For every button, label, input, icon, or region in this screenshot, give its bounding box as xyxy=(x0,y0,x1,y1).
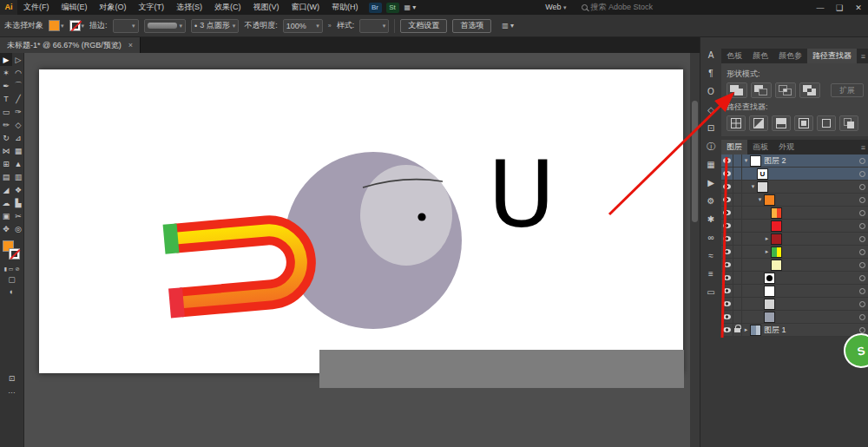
column-graph-tool[interactable]: ▙ xyxy=(12,196,24,209)
scale-tool[interactable]: ⊿ xyxy=(12,131,24,144)
draw-mode-icon[interactable]: ▢ xyxy=(0,275,23,284)
menu-item[interactable]: 文件(F) xyxy=(17,0,56,15)
line-segment-tool[interactable]: ╱ xyxy=(12,92,24,105)
intersect-button[interactable] xyxy=(775,82,796,98)
style-dropdown[interactable]: ▾ xyxy=(359,19,389,33)
opentype-panel-icon[interactable]: O xyxy=(700,82,721,101)
arrange-icon[interactable]: ▥ ▾ xyxy=(502,22,514,30)
preferences-button[interactable]: 首选项 xyxy=(452,19,491,33)
layer-row[interactable] xyxy=(721,220,868,233)
layer-row[interactable]: U xyxy=(721,168,868,181)
gradient-tool[interactable]: ▥ xyxy=(12,170,24,183)
rectangle-tool[interactable]: ▭ xyxy=(0,105,12,118)
document-setup-button[interactable]: 文档设置 xyxy=(400,19,447,33)
swatches-panel-icon[interactable]: ▦ xyxy=(700,155,721,174)
mesh-tool[interactable]: ▤ xyxy=(0,170,12,183)
shaper-tool[interactable]: ◇ xyxy=(12,118,24,131)
target-circle[interactable] xyxy=(859,236,865,242)
info-panel-icon[interactable]: ⓘ xyxy=(700,137,721,155)
symbol-sprayer-tool[interactable]: ☁ xyxy=(0,196,12,209)
lock-toggle[interactable] xyxy=(733,154,742,168)
expand-button[interactable]: 扩展 xyxy=(831,83,864,97)
layer-row[interactable] xyxy=(721,259,868,272)
free-transform-tool[interactable]: ▦ xyxy=(12,144,24,157)
transform-panel-icon[interactable]: ◇ xyxy=(700,101,721,119)
outline-button[interactable] xyxy=(817,115,836,131)
character-panel-icon[interactable]: A xyxy=(700,46,721,64)
layer-name[interactable]: 图层 1 xyxy=(764,325,786,336)
target-circle[interactable] xyxy=(859,223,865,229)
visibility-toggle[interactable] xyxy=(721,259,733,272)
lock-toggle[interactable] xyxy=(733,246,742,259)
document-tab[interactable]: 未标题-1* @ 66.67% (RGB/预览) × xyxy=(0,37,141,53)
visibility-toggle[interactable] xyxy=(721,233,733,246)
target-circle[interactable] xyxy=(859,197,865,203)
lock-toggle[interactable] xyxy=(733,259,742,272)
layer-thumbnail[interactable] xyxy=(771,233,782,245)
target-circle[interactable] xyxy=(859,327,865,333)
menu-item[interactable]: 帮助(H) xyxy=(326,0,365,15)
expand-chevron[interactable]: ▸ xyxy=(763,235,771,242)
layer-thumbnail[interactable] xyxy=(764,194,775,206)
target-circle[interactable] xyxy=(859,262,865,268)
zoom-tool[interactable]: ◎ xyxy=(12,222,24,235)
layer-thumbnail[interactable] xyxy=(750,155,761,167)
expand-chevron[interactable]: ▾ xyxy=(749,183,757,190)
pathfinder-tab[interactable]: 颜色 xyxy=(747,49,773,63)
lock-toggle[interactable] xyxy=(733,311,742,324)
menu-item[interactable]: 窗口(W) xyxy=(286,0,326,15)
lock-toggle[interactable] xyxy=(733,207,742,220)
panel-menu-icon[interactable]: ≡ xyxy=(861,143,865,152)
layers-tab[interactable]: 画板 xyxy=(747,140,773,154)
hand-tool[interactable]: ✥ xyxy=(0,222,12,235)
pen-tool[interactable]: ✒ xyxy=(0,79,12,92)
target-circle[interactable] xyxy=(859,301,865,307)
settings-gear-icon[interactable]: ⚙ xyxy=(700,192,721,210)
panel-menu-icon[interactable]: ≡ xyxy=(861,52,865,61)
expand-chevron[interactable]: ▸ xyxy=(763,248,771,255)
visibility-toggle[interactable] xyxy=(721,246,733,259)
vertical-scrollbar[interactable] xyxy=(690,53,700,447)
target-circle[interactable] xyxy=(859,184,865,190)
trim-button[interactable] xyxy=(749,115,768,131)
lasso-tool[interactable]: ◠ xyxy=(12,66,24,79)
layer-thumbnail[interactable] xyxy=(771,220,782,232)
visibility-toggle[interactable] xyxy=(721,324,733,337)
opacity-dropdown[interactable]: 100%▾ xyxy=(283,19,323,33)
menu-item[interactable]: 编辑(E) xyxy=(56,0,94,15)
layer-row[interactable]: ▾图层 2 xyxy=(721,154,868,168)
layer-row[interactable] xyxy=(721,272,868,285)
width-profile-dropdown[interactable]: ▾ xyxy=(144,19,187,33)
eye-dot[interactable] xyxy=(418,213,425,220)
magic-wand-tool[interactable]: ✶ xyxy=(0,66,12,79)
menu-item[interactable]: 对象(O) xyxy=(94,0,133,15)
stroke-weight-dropdown[interactable]: ▾ xyxy=(113,19,139,33)
paintbrush-tool[interactable]: ✑ xyxy=(12,105,24,118)
curvature-tool[interactable]: ⌒ xyxy=(12,79,24,92)
bridge-icon[interactable]: Br xyxy=(369,3,382,13)
pathfinder-tab[interactable]: 颜色参 xyxy=(773,49,807,63)
layer-row[interactable] xyxy=(721,298,868,311)
align-panel-icon[interactable]: ⊡ xyxy=(700,119,721,137)
layer-row[interactable] xyxy=(721,207,868,220)
pencil-tool[interactable]: ✏ xyxy=(0,118,12,131)
target-circle[interactable] xyxy=(859,171,865,177)
stock-icon[interactable]: St xyxy=(386,3,399,13)
expand-chevron[interactable]: ▸ xyxy=(742,326,750,333)
artboard-tool[interactable]: ▣ xyxy=(0,209,12,222)
target-circle[interactable] xyxy=(859,288,865,294)
lock-toggle[interactable] xyxy=(733,298,742,311)
screen-mode-icon[interactable]: ◐ xyxy=(0,287,23,296)
layer-row[interactable]: ▾ xyxy=(721,181,868,194)
layer-thumbnail[interactable] xyxy=(764,299,775,310)
target-circle[interactable] xyxy=(859,275,865,281)
shape-builder-tool[interactable]: ⊞ xyxy=(0,157,12,170)
artboards-panel-icon[interactable]: ▭ xyxy=(700,283,721,301)
layer-name[interactable]: 图层 2 xyxy=(764,155,786,167)
color-mode-icon[interactable]: ▮ xyxy=(3,266,6,272)
expand-chevron[interactable]: ▾ xyxy=(742,157,750,164)
minus-back-button[interactable] xyxy=(839,115,858,131)
edit-toolbar-icon[interactable]: ⊡ xyxy=(0,372,23,385)
workspace-switcher[interactable]: Web ▾ xyxy=(539,0,572,15)
layer-row[interactable] xyxy=(721,311,868,324)
